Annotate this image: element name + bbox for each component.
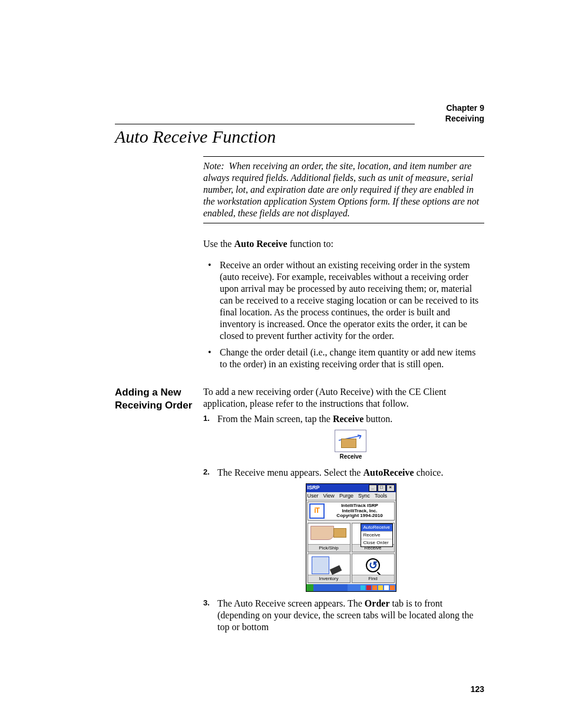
- cell-find[interactable]: ↺ Find: [352, 554, 395, 583]
- menu-purge[interactable]: Purge: [339, 493, 353, 499]
- title-rule: [115, 124, 415, 124]
- step-text-pre: From the Main screen, tap the: [217, 414, 333, 424]
- pick-ship-icon: [310, 526, 348, 543]
- tray-icon[interactable]: [372, 585, 377, 590]
- step-text-bold: AutoReceive: [363, 467, 414, 477]
- isrp-window: ISRP _ □ × User View Purge Sync Tools: [306, 483, 396, 592]
- tray-icon[interactable]: [390, 585, 395, 590]
- cell-caption: Inventory: [308, 575, 350, 582]
- brand-text: IntelliTrack ISRP IntelliTrack, Inc. Cop…: [327, 503, 393, 519]
- intro-paragraph: Use the Auto Receive function to:: [203, 238, 484, 250]
- menu-item-receive[interactable]: Receive: [361, 532, 392, 539]
- intro-post: function to:: [287, 239, 333, 249]
- intro-bold: Auto Receive: [234, 239, 287, 249]
- body-column: Note:When receiving an order, the site, …: [203, 156, 484, 375]
- list-item: Change the order detail (i.e., change it…: [203, 347, 484, 370]
- brand-line: Copyright 1994-2010: [327, 513, 393, 519]
- step-text-post: button.: [363, 414, 392, 424]
- note-box: Note:When receiving an order, the site, …: [203, 156, 484, 223]
- system-tray: [348, 584, 396, 591]
- document-page: Chapter 9 Receiving Auto Receive Functio…: [0, 0, 562, 728]
- inventory-icon: [312, 556, 341, 573]
- tray-icon[interactable]: [378, 585, 383, 590]
- menu-item-close-order[interactable]: Close Order: [361, 539, 392, 546]
- cell-inventory[interactable]: Inventory: [308, 554, 351, 583]
- maximize-button[interactable]: □: [378, 485, 386, 492]
- figure-isrp-window: ISRP _ □ × User View Purge Sync Tools: [217, 483, 484, 592]
- subsection-lead: To add a new receiving order (Auto Recei…: [203, 387, 447, 409]
- steps-list: From the Main screen, tap the Receive bu…: [203, 413, 484, 633]
- step-text-bold: Receive: [333, 414, 363, 424]
- menu-item-autoreceive[interactable]: AutoReceive: [361, 524, 392, 532]
- page-title: Auto Receive Function: [115, 127, 276, 147]
- menu-sync[interactable]: Sync: [358, 493, 370, 499]
- cell-pick-ship[interactable]: Pick/Ship: [308, 523, 351, 552]
- menu-bar: User View Purge Sync Tools: [306, 492, 396, 500]
- tray-icon[interactable]: [384, 585, 389, 590]
- receive-button-caption: Receive: [335, 453, 368, 461]
- cell-receive[interactable]: AutoReceive Receive Close Order Receive: [352, 523, 395, 552]
- cell-caption: Find: [352, 575, 394, 582]
- page-number: 123: [471, 684, 484, 694]
- step-item: The Receive menu appears. Select the Aut…: [203, 467, 484, 592]
- receive-button-icon: [335, 430, 366, 452]
- close-button[interactable]: ×: [386, 485, 395, 492]
- subsection-heading: Adding a New Receiving Order: [115, 386, 197, 412]
- menu-user[interactable]: User: [308, 493, 319, 499]
- brand-logo-icon: iT: [309, 503, 325, 519]
- intro-pre: Use the: [203, 239, 234, 249]
- minimize-button[interactable]: _: [369, 485, 377, 492]
- menu-view[interactable]: View: [323, 493, 335, 499]
- taskbar: [306, 584, 396, 591]
- figure-receive-button: Receive: [217, 430, 484, 461]
- tray-icon[interactable]: [366, 585, 371, 590]
- menu-tools[interactable]: Tools: [375, 493, 387, 499]
- cell-caption: Pick/Ship: [308, 544, 350, 552]
- tray-icon[interactable]: [361, 585, 365, 590]
- receive-button-figure: Receive: [335, 430, 368, 461]
- receive-submenu: AutoReceive Receive Close Order: [361, 523, 393, 547]
- subsection-body: To add a new receiving order (Auto Recei…: [203, 386, 484, 633]
- step-text-pre: The Auto Receive screen appears. The: [217, 598, 365, 608]
- window-titlebar: ISRP _ □ ×: [306, 484, 396, 492]
- magnifier-icon: [366, 558, 380, 572]
- subsection: Adding a New Receiving Order To add a ne…: [115, 386, 484, 638]
- step-item: From the Main screen, tap the Receive bu…: [203, 413, 484, 461]
- step-text-post: choice.: [414, 467, 444, 477]
- main-grid: Pick/Ship AutoReceive Receive Close Orde…: [306, 522, 396, 584]
- page-header: Chapter 9 Receiving: [445, 103, 484, 124]
- step-text-pre: The Receive menu appears. Select the: [217, 467, 363, 477]
- note-text: When receiving an order, the site, locat…: [203, 161, 479, 218]
- step-text-bold: Order: [365, 598, 390, 608]
- box-icon: [341, 439, 356, 448]
- window-title: ISRP: [308, 485, 368, 491]
- chapter-label: Chapter 9: [445, 103, 484, 114]
- step-item: The Auto Receive screen appears. The Ord…: [203, 598, 484, 633]
- brand-panel: iT IntelliTrack ISRP IntelliTrack, Inc. …: [308, 502, 395, 521]
- start-button[interactable]: [306, 584, 313, 591]
- list-item: Receive an order without an existing rec…: [203, 259, 484, 342]
- bullet-list: Receive an order without an existing rec…: [203, 259, 484, 370]
- section-label: Receiving: [445, 114, 484, 124]
- note-label: Note:: [203, 161, 224, 171]
